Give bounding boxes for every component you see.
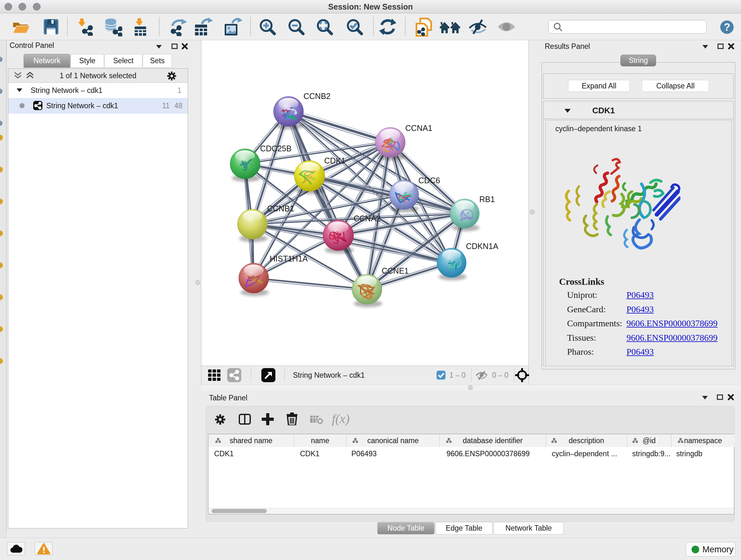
- svg-text:CDK1: CDK1: [324, 156, 346, 165]
- svg-text:CCNB2: CCNB2: [304, 91, 331, 101]
- svg-text:CDC6: CDC6: [418, 176, 440, 185]
- svg-text:CDC25B: CDC25B: [260, 144, 292, 153]
- svg-text:CCNA2: CCNA2: [354, 214, 381, 223]
- svg-text:HIST1H1A: HIST1H1A: [270, 254, 308, 263]
- svg-text:CDKN1A: CDKN1A: [466, 242, 498, 251]
- svg-text:?: ?: [724, 21, 730, 33]
- svg-text:CCNA1: CCNA1: [405, 124, 432, 132]
- svg-text:RB1: RB1: [479, 195, 495, 204]
- svg-text:CCNE1: CCNE1: [382, 266, 409, 275]
- svg-text:CCNB1: CCNB1: [267, 204, 294, 213]
